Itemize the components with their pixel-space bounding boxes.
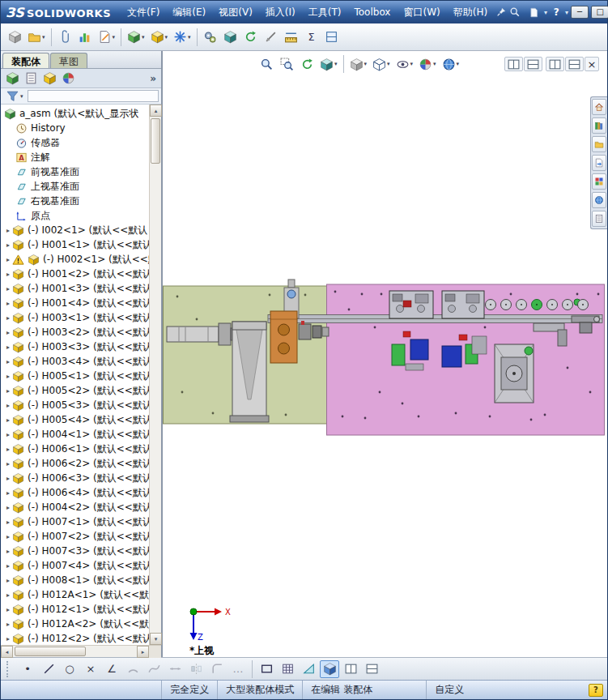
mass-properties-icon[interactable]: Σ (302, 28, 321, 47)
show-hidden-components-icon[interactable] (221, 28, 240, 47)
scroll-right-icon[interactable]: ▸ (137, 646, 149, 658)
maximize-button[interactable]: □ (591, 6, 608, 19)
viewport-pane2-icon[interactable] (362, 660, 381, 678)
tree-component[interactable]: ▸(-) H001<1> (默认<<默认 (1, 237, 161, 252)
status-customize[interactable]: 自定义 (426, 681, 472, 699)
view-palette-tab-icon[interactable] (592, 155, 606, 171)
tree-component[interactable]: ▸(-) H007<4> (默认<<默认 (1, 558, 161, 573)
resources-tab-icon[interactable] (592, 99, 606, 115)
assembly-statistics-icon[interactable] (75, 28, 95, 47)
file-explorer-tab-icon[interactable] (592, 136, 606, 152)
expand-arrow-icon[interactable]: ▸ (4, 300, 12, 307)
scroll-down-icon[interactable]: ▾ (150, 633, 162, 645)
move-component-icon[interactable] (201, 28, 220, 47)
expand-arrow-icon[interactable]: ▸ (4, 635, 12, 642)
tree-component[interactable]: ▸(-) H012A<2> (默认<<默认 (1, 617, 161, 631)
mate-icon[interactable] (55, 28, 74, 47)
expand-arrow-icon[interactable]: ▸ (4, 329, 12, 336)
tree-item-origin[interactable]: 原点 (1, 208, 161, 223)
viewport-pane-icon[interactable] (341, 660, 360, 678)
line-tool-icon[interactable] (39, 660, 58, 678)
tree-component[interactable]: ▸(-) H007<3> (默认<<默认 (1, 544, 161, 558)
featuremanager-tab-icon[interactable] (3, 70, 22, 87)
expand-arrow-icon[interactable]: ▸ (4, 533, 12, 540)
expand-arrow-icon[interactable]: ▸ (4, 227, 12, 234)
scroll-up-icon[interactable]: ▴ (150, 105, 162, 117)
point-tool-icon[interactable]: • (18, 660, 37, 678)
tree-component[interactable]: ▸(-) H007<1> (默认<<默认 (1, 514, 161, 529)
dropdown-arrow-icon[interactable]: ▾ (142, 34, 145, 41)
tree-item-sensors[interactable]: 传感器 (1, 135, 161, 150)
toolbar-drag-handle[interactable] (6, 661, 12, 677)
expand-arrow-icon[interactable]: ▸ (4, 358, 12, 365)
tree-component[interactable]: ▸(-) H006<1> (默认<<默认 (1, 442, 161, 456)
expand-arrow-icon[interactable]: ▸ (4, 562, 12, 570)
close-pane-icon[interactable]: × (585, 57, 599, 71)
displaymanager-tab-icon[interactable] (59, 70, 78, 87)
expand-arrow-icon[interactable]: ▸ (4, 606, 12, 613)
expand-arrow-icon[interactable]: ▸ (4, 446, 12, 453)
expand-arrow-icon[interactable]: ▸ (4, 416, 12, 424)
tree-component[interactable]: ▸(-) H006<3> (默认<<默认 (1, 471, 161, 485)
dropdown-arrow-icon[interactable]: ▾ (457, 61, 460, 67)
open-icon[interactable]: ▾ (25, 28, 48, 47)
expand-arrow-icon[interactable]: ▸ (4, 621, 12, 628)
help-dropdown-icon[interactable]: ▾ (565, 9, 568, 16)
scroll-track[interactable] (13, 646, 137, 657)
help-icon[interactable]: ? (550, 6, 563, 19)
search-icon[interactable] (507, 5, 523, 19)
filter-input[interactable] (28, 90, 159, 102)
tree-component[interactable]: ▸(-) H003<4> (默认<<默认 (1, 354, 161, 369)
panel-expand-icon[interactable]: » (150, 73, 159, 84)
rotate-component-icon[interactable] (241, 28, 261, 47)
zoom-area-icon[interactable] (277, 55, 296, 73)
tree-component[interactable]: ▸(-) H005<1> (默认<<默认 (1, 369, 161, 383)
menu-tools[interactable]: 工具(T) (302, 2, 348, 23)
section-properties-icon[interactable] (322, 28, 342, 47)
graphics-area[interactable]: X Z ▾▾▾▾▾▾ × *上视 (163, 51, 607, 657)
propertymanager-tab-icon[interactable] (22, 70, 40, 87)
expand-arrow-icon[interactable]: ▸ (4, 475, 12, 482)
circle-tool-icon[interactable]: ○ (60, 660, 79, 678)
menu-view[interactable]: 视图(V) (212, 2, 259, 23)
tab-sketch[interactable]: 草图 (50, 53, 87, 68)
tab-assembly[interactable]: 装配体 (2, 53, 49, 68)
tree-component[interactable]: ▸(-) H002<1> (默认<<默 (1, 252, 161, 267)
expand-arrow-icon[interactable]: ▸ (4, 431, 12, 438)
dropdown-arrow-icon[interactable]: ▾ (165, 34, 168, 41)
scroll-track[interactable] (150, 117, 161, 633)
expand-arrow-icon[interactable]: ▸ (4, 241, 12, 249)
expand-arrow-icon[interactable]: ▸ (4, 548, 12, 555)
split-pane2-icon[interactable] (565, 57, 584, 71)
tree-component[interactable]: ▸(-) H012<2> (默认<<默认 (1, 631, 161, 645)
tree-component[interactable]: ▸(-) H006<4> (默认<<默认 (1, 485, 161, 500)
scroll-thumb[interactable] (151, 118, 160, 164)
tree-vertical-scrollbar[interactable]: ▴ ▾ (149, 105, 161, 645)
appearances-tab-icon[interactable] (592, 173, 606, 190)
tree-item-top-plane[interactable]: 上视基准面 (1, 179, 161, 194)
design-library-tab-icon[interactable] (592, 117, 606, 134)
tree-component[interactable]: ▸(-) H003<3> (默认<<默认 (1, 339, 161, 354)
trim-tool-icon[interactable]: × (81, 660, 100, 678)
scenes-tab-icon[interactable] (592, 192, 606, 208)
hide-show-items-icon[interactable]: ▾ (393, 55, 416, 73)
menu-pin-icon[interactable] (495, 5, 507, 19)
menu-toolbox[interactable]: Toolbox (347, 3, 397, 21)
menu-insert[interactable]: 插入(I) (259, 2, 302, 23)
view-setting-pane2-icon[interactable] (524, 57, 542, 71)
tree-item-right-plane[interactable]: 右视基准面 (1, 194, 161, 208)
dropdown-arrow-icon[interactable]: ▾ (364, 61, 368, 67)
expand-arrow-icon[interactable]: ▸ (4, 519, 12, 526)
new-document-dropdown-icon[interactable]: ▾ (544, 9, 547, 16)
tree-horizontal-scrollbar[interactable]: ◂ ▸ (1, 645, 161, 657)
dropdown-arrow-icon[interactable]: ▾ (410, 61, 414, 67)
dropdown-arrow-icon[interactable]: ▾ (334, 61, 338, 67)
tree-item-history[interactable]: History (1, 121, 161, 135)
tree-component[interactable]: ▸(-) H004<2> (默认<<默认 (1, 500, 161, 514)
tree-component[interactable]: ▸(-) H012A<1> (默认<<默认 (1, 587, 161, 602)
dropdown-arrow-icon[interactable]: ▾ (433, 61, 436, 67)
component-pattern-icon[interactable]: ▾ (148, 28, 171, 47)
tree-component[interactable]: ▸(-) I002<1> (默认<<默认 (1, 223, 161, 237)
scroll-thumb[interactable] (15, 647, 86, 656)
edit-component-icon[interactable]: ▾ (96, 28, 118, 47)
